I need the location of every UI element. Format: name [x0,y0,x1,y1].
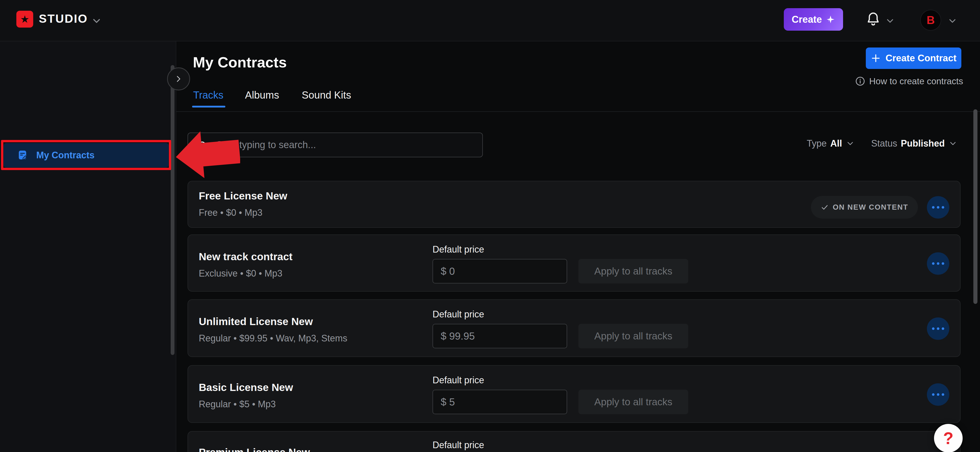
contract-menu-button[interactable] [927,317,949,340]
brand-title: STUDIO [39,12,88,25]
contract-name: Unlimited License New [199,316,313,328]
app-window: ★ STUDIO Create B [0,0,980,452]
default-price-label: Default price [433,375,484,385]
sidebar [0,41,176,452]
notifications-chevron-down-icon[interactable] [885,16,895,26]
sidebar-divider [176,41,176,452]
annotation-arrow [176,130,240,178]
contract-card: Unlimited License New Regular • $99.95 •… [188,299,961,357]
chevron-down-icon [948,139,958,148]
contract-card: Basic License New Regular • $5 • Mp3 Def… [188,365,961,423]
info-icon [855,76,865,87]
account-chevron-down-icon[interactable] [947,16,958,26]
brand-chevron-down-icon[interactable] [91,15,102,27]
main-scrollbar[interactable] [974,109,977,304]
default-price-label: Default price [433,244,484,255]
contract-meta: Regular • $5 • Mp3 [199,399,276,409]
beatstars-logo-icon[interactable]: ★ [16,11,33,28]
contract-card: Premium License New Default price [188,431,961,452]
chevron-right-icon [173,74,184,84]
default-price-label: Default price [433,309,484,320]
default-price-input[interactable] [433,259,567,284]
page-title: My Contracts [193,54,286,71]
contract-card: Free License New Free • $0 • Mp3 ON NEW … [188,181,961,228]
contract-meta: Regular • $99.95 • Wav, Mp3, Stems [199,333,347,344]
active-tab-underline [192,106,225,108]
sidebar-scrollbar[interactable] [171,65,175,355]
type-filter[interactable]: Type All [807,138,855,149]
default-price-input[interactable] [433,324,567,348]
contract-meta: Free • $0 • Mp3 [199,207,262,218]
plus-icon [871,53,881,63]
top-bar: ★ STUDIO Create B [0,0,980,41]
help-button[interactable]: ? [934,424,963,452]
contract-menu-button[interactable] [927,383,949,406]
sidebar-collapse-button[interactable] [167,67,190,90]
highlight-rectangle [1,140,171,170]
tab-sound-kits[interactable]: Sound Kits [302,89,351,101]
tab-tracks[interactable]: Tracks [193,89,224,101]
status-filter[interactable]: Status Published [871,138,958,149]
contract-name: New track contract [199,251,293,263]
contract-name: Premium License New [199,446,310,452]
tabs-divider [176,111,980,112]
on-new-content-badge: ON NEW CONTENT [811,196,918,219]
apply-to-all-tracks-button[interactable]: Apply to all tracks [578,324,688,348]
default-price-label: Default price [433,440,484,450]
contract-name: Free License New [199,190,287,202]
apply-to-all-tracks-button[interactable]: Apply to all tracks [578,390,688,414]
contract-card: New track contract Exclusive • $0 • Mp3 … [188,235,961,292]
contract-menu-button[interactable] [927,252,949,275]
contract-meta: Exclusive • $0 • Mp3 [199,268,282,279]
apply-to-all-tracks-button[interactable]: Apply to all tracks [578,259,688,284]
create-contract-button[interactable]: Create Contract [866,48,961,69]
create-button[interactable]: Create [784,8,843,31]
contract-name: Basic License New [199,382,293,393]
check-icon [821,203,829,211]
tab-albums[interactable]: Albums [245,89,279,101]
filters-bar: Type All Status Published [807,138,958,149]
notifications-bell-icon[interactable] [865,11,881,28]
chevron-down-icon [846,139,855,148]
user-avatar[interactable]: B [920,10,941,31]
how-to-create-contracts-link[interactable]: How to create contracts [855,76,963,87]
sparkle-icon [826,15,835,24]
default-price-input[interactable] [433,390,567,414]
contract-menu-button[interactable] [927,196,949,219]
